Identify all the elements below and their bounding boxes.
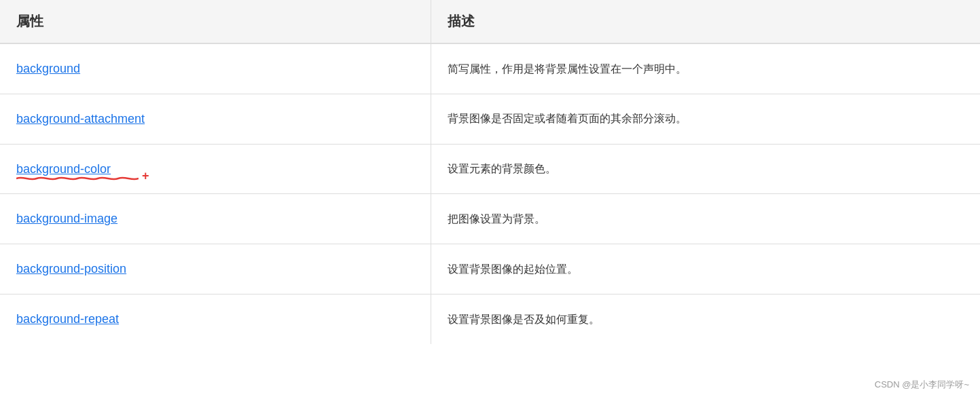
property-cell: background-attachment — [0, 94, 431, 144]
description-cell: 设置背景图像的起始位置。 — [431, 244, 980, 294]
col-header-property: 属性 — [0, 0, 431, 43]
description-cell: 背景图像是否固定或者随着页面的其余部分滚动。 — [431, 94, 980, 144]
table-row: background-color+设置元素的背景颜色。 — [0, 144, 980, 194]
css-properties-table: 属性 描述 background简写属性，作用是将背景属性设置在一个声明中。ba… — [0, 0, 980, 344]
description-cell: 设置背景图像是否及如何重复。 — [431, 294, 980, 343]
plus-indicator: + — [142, 166, 149, 186]
property-link[interactable]: background-color — [16, 162, 111, 176]
property-link[interactable]: background-attachment — [16, 112, 145, 126]
description-cell: 设置元素的背景颜色。 — [431, 144, 980, 194]
property-link[interactable]: background-image — [16, 212, 117, 225]
main-container: 属性 描述 background简写属性，作用是将背景属性设置在一个声明中。ba… — [0, 0, 980, 344]
property-cell: background — [0, 43, 431, 94]
table-row: background-image把图像设置为背景。 — [0, 194, 980, 244]
table-row: background-position设置背景图像的起始位置。 — [0, 244, 980, 294]
property-cell: background-repeat — [0, 294, 431, 343]
property-cell: background-image — [0, 194, 431, 244]
description-cell: 把图像设置为背景。 — [431, 194, 980, 244]
property-link[interactable]: background-position — [16, 262, 126, 276]
table-row: background-repeat设置背景图像是否及如何重复。 — [0, 294, 980, 343]
description-cell: 简写属性，作用是将背景属性设置在一个声明中。 — [431, 43, 980, 94]
property-cell: background-position — [0, 244, 431, 294]
property-link[interactable]: background — [16, 62, 80, 75]
table-row: background简写属性，作用是将背景属性设置在一个声明中。 — [0, 43, 980, 94]
property-link-wrapper: background-color+ — [16, 159, 111, 179]
property-link[interactable]: background-repeat — [16, 312, 119, 326]
table-row: background-attachment背景图像是否固定或者随着页面的其余部分… — [0, 94, 980, 144]
property-cell: background-color+ — [0, 144, 431, 194]
col-header-description: 描述 — [431, 0, 980, 43]
